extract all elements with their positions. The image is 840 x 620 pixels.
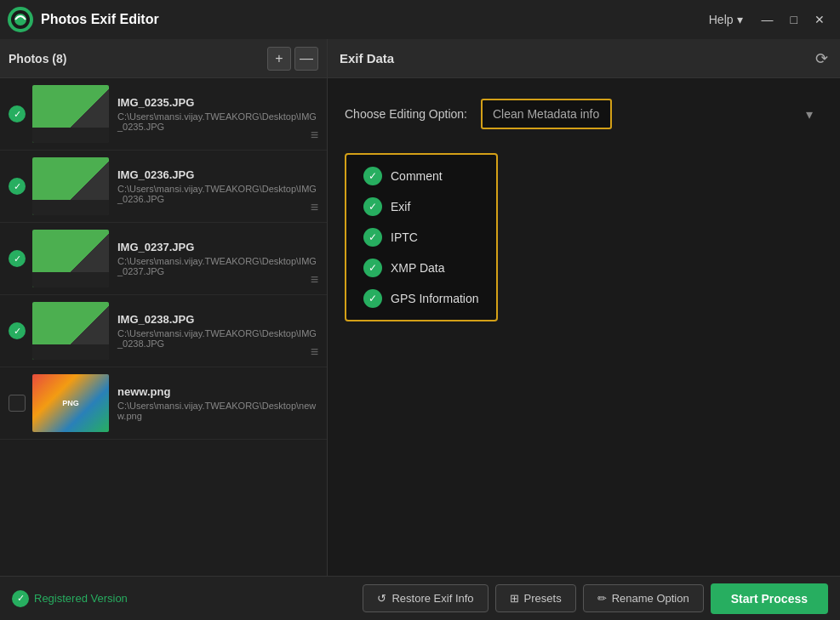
exif-title: Exif Data (340, 51, 394, 65)
photo-checkbox-5[interactable] (9, 395, 26, 412)
maximize-button[interactable]: □ (784, 9, 804, 30)
photo-info-2: IMG_0236.JPG C:\Users\mansi.vijay.TWEAKO… (117, 168, 318, 204)
option-iptc[interactable]: ✓ IPTC (363, 228, 479, 247)
rename-icon: ✏ (597, 592, 607, 605)
exif-header: Exif Data ⟳ (328, 39, 840, 78)
photo-path-2: C:\Users\mansi.vijay.TWEAKORG\Desktop\IM… (117, 184, 318, 204)
photos-header: Photos (8) + — (0, 39, 327, 78)
right-content: Choose Editing Option: Clean Metadata in… (328, 78, 840, 576)
photo-name-4: IMG_0238.JPG (117, 313, 318, 326)
photo-path-3: C:\Users\mansi.vijay.TWEAKORG\Desktop\IM… (117, 256, 318, 276)
photo-menu-icon-2[interactable]: ≡ (311, 200, 318, 215)
option-label-exif: Exif (391, 200, 410, 213)
option-check-exif: ✓ (363, 197, 382, 216)
registered-badge: ✓ Registered Version (12, 590, 128, 607)
list-item[interactable]: ✓ IMG_0236.JPG C:\Users\mansi.vijay.TWEA… (0, 151, 327, 223)
photo-name-3: IMG_0237.JPG (117, 241, 318, 253)
rename-option-button[interactable]: ✏ Rename Option (583, 584, 704, 612)
photo-path-5: C:\Users\mansi.vijay.TWEAKORG\Desktop\ne… (117, 401, 318, 421)
editing-option-select[interactable]: Clean Metadata info Edit Exif Data Copy … (481, 99, 612, 129)
checkmark-icon: ✓ (9, 105, 26, 122)
bottom-bar: ✓ Registered Version ↺ Restore Exif Info… (0, 576, 840, 620)
bottom-actions: ↺ Restore Exif Info ⊞ Presets ✏ Rename O… (363, 583, 828, 614)
photo-menu-icon-4[interactable]: ≡ (311, 344, 318, 360)
photo-path-1: C:\Users\mansi.vijay.TWEAKORG\Desktop\IM… (117, 111, 318, 132)
title-bar-left: Photos Exif Editor (7, 6, 159, 33)
help-label: Help (709, 13, 734, 26)
option-check-xmp: ✓ (363, 259, 382, 277)
add-photo-button[interactable]: + (267, 47, 291, 71)
presets-label: Presets (524, 592, 562, 605)
photo-menu-icon-3[interactable]: ≡ (311, 272, 318, 287)
photos-count: Photos (8) (9, 52, 66, 65)
photo-thumbnail-4 (32, 302, 109, 360)
photo-path-4: C:\Users\mansi.vijay.TWEAKORG\Desktop\IM… (117, 328, 318, 349)
editing-option-wrapper: Clean Metadata info Edit Exif Data Copy … (481, 99, 823, 129)
minimize-button[interactable]: — (755, 9, 780, 30)
restore-exif-button[interactable]: ↺ Restore Exif Info (363, 584, 488, 612)
right-panel: Exif Data ⟳ Choose Editing Option: Clean… (328, 39, 840, 576)
option-exif[interactable]: ✓ Exif (363, 197, 479, 216)
photo-list: ✓ IMG_0235.JPG C:\Users\mansi.vijay.TWEA… (0, 78, 327, 576)
list-item[interactable]: ✓ IMG_0238.JPG C:\Users\mansi.vijay.TWEA… (0, 295, 327, 367)
restore-label: Restore Exif Info (391, 592, 473, 605)
photo-name-2: IMG_0236.JPG (117, 168, 318, 181)
photo-thumbnail-2 (32, 157, 109, 215)
photo-checkbox-3[interactable]: ✓ (9, 250, 26, 267)
title-bar: Photos Exif Editor Help ▾ — □ ✕ (0, 0, 840, 39)
help-chevron-icon: ▾ (737, 13, 743, 26)
title-bar-right: Help ▾ — □ ✕ (700, 9, 831, 30)
remove-photo-button[interactable]: — (294, 47, 318, 71)
option-label-comment: Comment (391, 169, 443, 183)
presets-icon: ⊞ (510, 592, 519, 605)
option-comment[interactable]: ✓ Comment (363, 167, 479, 185)
clean-options-panel: ✓ Comment ✓ Exif ✓ IPTC ✓ XMP Data ✓ (345, 153, 498, 321)
start-process-button[interactable]: Start Process (711, 583, 828, 614)
photo-thumbnail-1 (32, 85, 109, 143)
list-item[interactable]: ✓ IMG_0237.JPG C:\Users\mansi.vijay.TWEA… (0, 223, 327, 295)
option-label-xmp: XMP Data (391, 261, 445, 275)
editing-option-row: Choose Editing Option: Clean Metadata in… (345, 99, 823, 129)
list-item[interactable]: PNG neww.png C:\Users\mansi.vijay.TWEAKO… (0, 367, 327, 440)
option-check-comment: ✓ (363, 167, 382, 185)
photo-name-1: IMG_0235.JPG (117, 96, 318, 109)
refresh-button[interactable]: ⟳ (815, 49, 828, 68)
photo-checkbox-4[interactable]: ✓ (9, 322, 26, 339)
presets-button[interactable]: ⊞ Presets (495, 584, 576, 612)
left-panel: Photos (8) + — ✓ IMG_0235.JPG C:\Users\m… (0, 39, 328, 576)
photo-menu-icon-1[interactable]: ≡ (311, 128, 318, 143)
option-label-iptc: IPTC (391, 230, 418, 244)
main-area: Photos (8) + — ✓ IMG_0235.JPG C:\Users\m… (0, 39, 840, 576)
list-item[interactable]: ✓ IMG_0235.JPG C:\Users\mansi.vijay.TWEA… (0, 78, 327, 151)
photo-name-5: neww.png (117, 385, 318, 398)
close-button[interactable]: ✕ (808, 9, 831, 30)
photo-info-5: neww.png C:\Users\mansi.vijay.TWEAKORG\D… (117, 385, 318, 421)
option-check-iptc: ✓ (363, 228, 382, 247)
photo-info-3: IMG_0237.JPG C:\Users\mansi.vijay.TWEAKO… (117, 241, 318, 276)
photo-checkbox-2[interactable]: ✓ (9, 178, 26, 195)
checkmark-icon: ✓ (9, 322, 26, 339)
registered-label: Registered Version (34, 592, 128, 605)
registered-icon: ✓ (12, 590, 29, 607)
photo-info-1: IMG_0235.JPG C:\Users\mansi.vijay.TWEAKO… (117, 96, 318, 132)
photo-info-4: IMG_0238.JPG C:\Users\mansi.vijay.TWEAKO… (117, 313, 318, 349)
help-button[interactable]: Help ▾ (700, 9, 751, 30)
rename-label: Rename Option (612, 592, 689, 605)
unchecked-box (9, 395, 26, 412)
restore-icon: ↺ (377, 592, 386, 605)
photo-thumbnail-3 (32, 230, 109, 287)
editing-option-label: Choose Editing Option: (345, 107, 467, 121)
option-check-gps: ✓ (363, 289, 382, 308)
app-logo (7, 6, 34, 33)
colorful-thumb: PNG (32, 374, 109, 432)
photos-actions: + — (267, 47, 318, 71)
option-gps[interactable]: ✓ GPS Information (363, 289, 479, 308)
checkmark-icon: ✓ (9, 250, 26, 267)
select-arrow-icon: ▾ (806, 106, 813, 122)
option-xmp[interactable]: ✓ XMP Data (363, 259, 479, 277)
checkmark-icon: ✓ (9, 178, 26, 195)
app-title: Photos Exif Editor (41, 12, 159, 27)
photo-checkbox-1[interactable]: ✓ (9, 105, 26, 122)
option-label-gps: GPS Information (391, 292, 479, 305)
photo-thumbnail-5: PNG (32, 374, 109, 432)
